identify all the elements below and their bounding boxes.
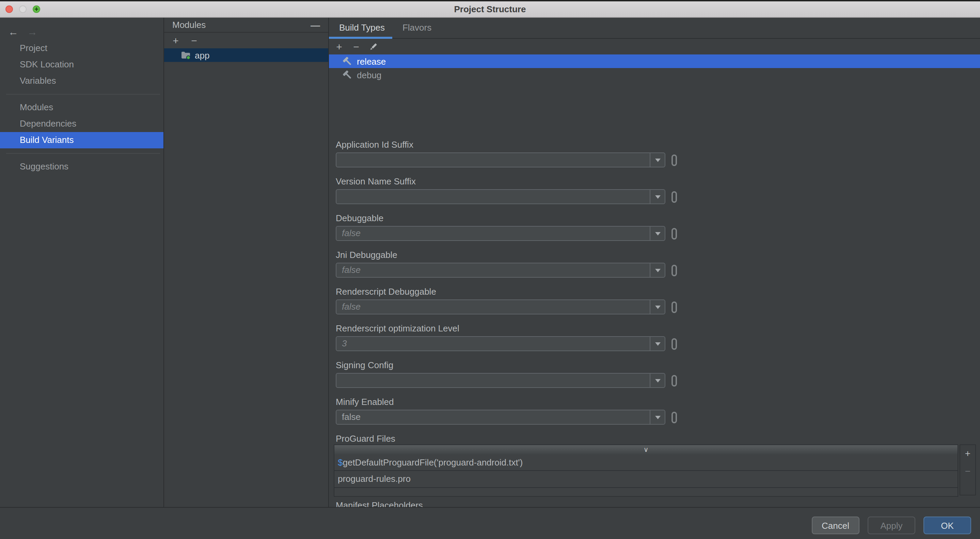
minimize-window-button[interactable]: [19, 5, 27, 13]
form-field-signing-config: Signing Config: [336, 360, 980, 397]
modules-panel-title: Modules: [172, 20, 206, 30]
sidebar-item-sdk-location[interactable]: SDK Location: [0, 57, 164, 73]
renderscript-debuggable-combobox[interactable]: false: [336, 300, 665, 314]
combo-dropdown-button[interactable]: [650, 263, 665, 277]
rename-build-type-pencil-icon[interactable]: [368, 42, 379, 51]
module-row-app[interactable]: app: [164, 48, 328, 62]
tab-bar: Build Types Flavors: [329, 18, 980, 37]
proguard-file-row[interactable]: $getDefaultProguardFile('proguard-androi…: [334, 455, 958, 470]
build-type-row-debug[interactable]: debug: [329, 68, 980, 82]
field-label: Jni Debuggable: [336, 250, 980, 261]
build-type-label: release: [357, 56, 386, 67]
field-label: Signing Config: [336, 360, 980, 371]
proguard-files-table-wrap: ∨ $getDefaultProguardFile('proguard-andr…: [334, 444, 980, 497]
add-build-type-button[interactable]: +: [334, 41, 345, 52]
combo-dropdown-button[interactable]: [650, 227, 665, 240]
remove-proguard-file-button[interactable]: −: [965, 466, 970, 476]
build-types-panel: Build Types Flavors + −: [329, 18, 980, 507]
renderscript-optimization-level-combobox[interactable]: 3: [336, 336, 665, 351]
proguard-table-header[interactable]: ∨: [334, 445, 958, 455]
remove-build-type-button[interactable]: −: [351, 41, 362, 52]
sidebar: ← → Project SDK Location Variables Modul…: [0, 18, 164, 507]
form-field-debuggable: Debuggable false: [336, 213, 980, 250]
tab-flavors[interactable]: Flavors: [402, 22, 431, 32]
bind-variable-capsule-icon[interactable]: [671, 154, 677, 166]
tab-bar-border: [329, 38, 980, 39]
combo-dropdown-button[interactable]: [650, 411, 665, 424]
combo-dropdown-button[interactable]: [650, 374, 665, 387]
variable-dollar-prefix: $: [338, 457, 342, 468]
sidebar-divider: [6, 94, 160, 95]
combo-value: 3: [336, 337, 665, 350]
field-label: Minify Enabled: [336, 397, 980, 407]
dialog-footer: Cancel Apply OK: [0, 507, 980, 539]
ok-button[interactable]: OK: [923, 517, 971, 534]
chevron-down-icon: [655, 415, 660, 419]
chevron-down-icon: [655, 232, 660, 235]
sidebar-item-build-variants[interactable]: Build Variants: [0, 132, 164, 148]
build-type-row-release[interactable]: release: [329, 54, 980, 68]
application-id-suffix-combobox[interactable]: [336, 152, 665, 167]
chevron-down-icon: [655, 342, 660, 346]
sidebar-divider: [6, 153, 160, 154]
bind-variable-capsule-icon[interactable]: [671, 338, 677, 349]
bind-variable-capsule-icon[interactable]: [671, 191, 677, 203]
bind-variable-capsule-icon[interactable]: [671, 265, 677, 276]
field-label: Version Name Suffix: [336, 176, 980, 187]
combo-value: false: [336, 300, 665, 314]
combo-dropdown-button[interactable]: [650, 337, 665, 350]
build-types-list: release debug: [329, 54, 980, 82]
minify-enabled-combobox[interactable]: false: [336, 410, 665, 425]
remove-module-button[interactable]: −: [189, 35, 200, 46]
field-label: Renderscript optimization Level: [336, 323, 980, 334]
build-type-hammer-icon: [342, 56, 353, 67]
apply-button[interactable]: Apply: [868, 517, 915, 534]
field-label: Renderscript Debuggable: [336, 287, 980, 297]
build-types-toolbar: + −: [329, 39, 379, 54]
titlebar[interactable]: + Project Structure: [0, 2, 980, 18]
sidebar-item-modules[interactable]: Modules: [0, 99, 164, 116]
form-field-jni-debuggable: Jni Debuggable false: [336, 250, 980, 287]
add-module-button[interactable]: +: [170, 35, 181, 46]
chevron-down-icon: [655, 158, 660, 162]
proguard-file-row[interactable]: proguard-rules.pro: [334, 470, 958, 487]
collapse-panel-icon[interactable]: —: [310, 19, 320, 30]
zoom-window-button[interactable]: +: [33, 5, 40, 13]
forward-arrow-icon[interactable]: →: [27, 26, 37, 40]
version-name-suffix-combobox[interactable]: [336, 189, 665, 204]
proguard-file-value: proguard-rules.pro: [338, 474, 410, 484]
field-label: Application Id Suffix: [336, 140, 980, 151]
jni-debuggable-combobox[interactable]: false: [336, 263, 665, 277]
add-proguard-file-button[interactable]: +: [965, 449, 970, 458]
module-label: app: [195, 50, 209, 60]
signing-config-combobox[interactable]: [336, 373, 665, 388]
build-type-hammer-icon: [342, 70, 353, 80]
proguard-file-value: getDefaultProguardFile('proguard-android…: [342, 457, 523, 468]
back-arrow-icon[interactable]: ←: [8, 26, 18, 40]
build-type-properties-form: Application Id Suffix Version Name Suffi…: [329, 140, 980, 507]
bind-variable-capsule-icon[interactable]: [671, 411, 677, 423]
bind-variable-capsule-icon[interactable]: [671, 375, 677, 386]
close-window-button[interactable]: [5, 5, 13, 13]
combo-dropdown-button[interactable]: [650, 153, 665, 167]
combo-dropdown-button[interactable]: [650, 190, 665, 203]
combo-value: false: [336, 227, 665, 240]
combo-dropdown-button[interactable]: [650, 300, 665, 314]
bind-variable-capsule-icon[interactable]: [671, 301, 677, 313]
form-field-renderscript-optimization-level: Renderscript optimization Level 3: [336, 323, 980, 360]
bind-variable-capsule-icon[interactable]: [671, 228, 677, 239]
cancel-button[interactable]: Cancel: [811, 517, 859, 534]
proguard-file-row-empty[interactable]: [334, 487, 958, 496]
chevron-down-icon: [655, 379, 660, 382]
combo-value: false: [336, 263, 665, 277]
sidebar-item-variables[interactable]: Variables: [0, 73, 164, 89]
sidebar-item-dependencies[interactable]: Dependencies: [0, 116, 164, 132]
sidebar-item-suggestions[interactable]: Suggestions: [0, 159, 164, 175]
history-nav: ← →: [0, 18, 164, 40]
modules-panel-header: Modules —: [164, 18, 328, 33]
debuggable-combobox[interactable]: false: [336, 226, 665, 241]
android-module-folder-icon: [181, 51, 191, 59]
tab-build-types[interactable]: Build Types: [339, 22, 385, 32]
manifest-placeholders-label: Manifest Placeholders: [336, 500, 980, 507]
sidebar-item-project[interactable]: Project: [0, 40, 164, 57]
